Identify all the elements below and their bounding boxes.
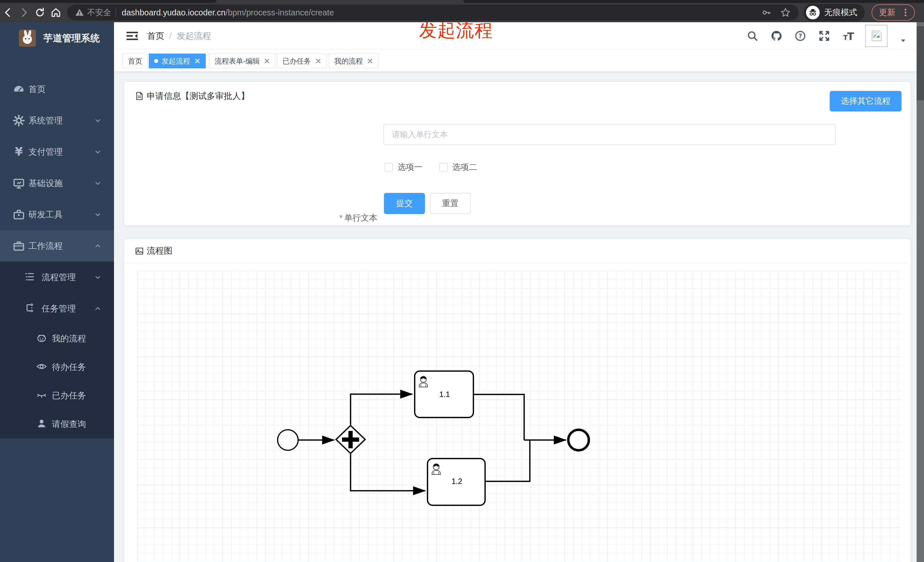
svg-text:T: T — [848, 31, 854, 42]
annotation-title: 发起流程 — [359, 18, 553, 43]
chevron-down-icon — [93, 148, 102, 156]
warning-icon — [75, 8, 84, 17]
fullscreen-icon[interactable] — [818, 29, 831, 43]
sidebar-item-process-mgmt[interactable]: 流程管理 — [0, 262, 114, 293]
breadcrumb-separator: / — [169, 31, 172, 41]
user-menu-caret-icon[interactable] — [900, 37, 907, 45]
user-task-1-1[interactable]: 1.1 — [415, 371, 473, 418]
process-diagram-card: 流程图 — [124, 239, 911, 562]
chevron-down-icon — [93, 179, 102, 187]
tag-done-tasks[interactable]: 已办任务 — [277, 54, 327, 68]
field-label-single-text: *单行文本 — [263, 212, 377, 224]
incognito-badge: 无痕模式 — [804, 4, 865, 21]
breadcrumb-current: 发起流程 — [177, 30, 211, 42]
eye-icon — [36, 361, 48, 373]
home-icon[interactable] — [48, 4, 64, 21]
required-asterisk: * — [339, 213, 343, 222]
security-label[interactable]: 不安全 — [87, 7, 111, 18]
picture-icon — [135, 247, 144, 256]
forward-icon[interactable] — [16, 4, 32, 21]
menu-dots-icon[interactable] — [901, 8, 910, 17]
task-label: 1.2 — [452, 477, 462, 486]
help-icon[interactable]: ? — [794, 29, 807, 43]
sidebar-item-system[interactable]: 系统管理 — [0, 105, 114, 136]
flow-gateway-to-task1 — [351, 394, 412, 425]
document-icon — [135, 91, 144, 100]
flow-task1-out — [473, 394, 524, 440]
svg-text:?: ? — [799, 33, 802, 40]
bookmark-star-icon[interactable] — [780, 7, 791, 18]
checkbox-icon[interactable] — [439, 163, 448, 172]
avatar[interactable] — [865, 25, 888, 47]
bpmn-diagram: 1.1 1.2 — [137, 271, 901, 562]
tags-view-bar: 首页 发起流程 流程表单-编辑 已办任务 我的流程 — [114, 49, 924, 72]
chevron-down-icon — [93, 273, 102, 282]
browser-tab-strip — [0, 0, 924, 3]
close-icon[interactable] — [315, 58, 321, 64]
page-url[interactable]: dashboard.yudao.iocoder.cn/bpm/process-i… — [122, 8, 334, 17]
checkbox-icon[interactable] — [384, 163, 393, 172]
browser-active-tab[interactable] — [215, 0, 465, 3]
sidebar-item-done-tasks[interactable]: 已办任务 — [0, 381, 114, 410]
user-task-1-2[interactable]: 1.2 — [428, 459, 485, 505]
search-icon[interactable] — [746, 29, 759, 43]
app-title: 芋道管理系统 — [44, 32, 100, 45]
user-icon — [36, 418, 48, 430]
checkbox-option-1[interactable]: 选项一 — [384, 159, 422, 176]
select-other-process-button[interactable]: 选择其它流程 — [830, 91, 902, 111]
briefcase-icon — [12, 240, 25, 252]
close-icon[interactable] — [367, 58, 373, 64]
end-event[interactable] — [568, 430, 589, 450]
sidebar-item-infra[interactable]: 基础设施 — [0, 168, 114, 199]
sidebar-collapse-icon[interactable] — [124, 28, 140, 43]
monitor-icon — [12, 177, 25, 189]
incognito-icon — [806, 6, 820, 19]
tag-home[interactable]: 首页 — [123, 54, 148, 68]
submit-button[interactable]: 提交 — [384, 193, 425, 214]
tag-create-process[interactable]: 发起流程 — [149, 54, 206, 68]
apply-card-title: 申请信息【测试多审批人】 — [147, 90, 249, 102]
chevron-up-icon — [93, 304, 102, 313]
update-button[interactable]: 更新 — [872, 4, 915, 21]
broken-image-icon — [870, 29, 883, 42]
sidebar-item-leave-query[interactable]: 请假查询 — [0, 410, 114, 438]
tag-my-process[interactable]: 我的流程 — [329, 54, 378, 68]
reset-button[interactable]: 重置 — [430, 193, 471, 214]
start-event[interactable] — [278, 430, 298, 450]
sidebar-item-workflow[interactable]: 工作流程 — [0, 230, 114, 262]
tag-form-edit[interactable]: 流程表单-编辑 — [209, 54, 275, 68]
reload-icon[interactable] — [32, 4, 48, 21]
sidebar-item-home[interactable]: 首页 — [0, 73, 114, 105]
checkbox-option-2[interactable]: 选项二 — [439, 159, 477, 176]
sidebar-item-my-process[interactable]: 我的流程 — [0, 324, 114, 353]
key-icon[interactable] — [761, 7, 772, 18]
dashboard-icon — [12, 83, 25, 96]
app-logo-row[interactable]: 芋道管理系统 — [0, 22, 114, 54]
flow-icon — [24, 303, 36, 315]
breadcrumb-home[interactable]: 首页 — [147, 30, 164, 42]
sidebar-item-payment[interactable]: ¥ 支付管理 — [0, 136, 114, 168]
app-logo — [19, 30, 36, 47]
close-icon[interactable] — [264, 58, 270, 64]
font-size-icon[interactable]: TT — [842, 29, 855, 43]
active-dot — [154, 59, 158, 63]
single-text-input[interactable] — [383, 124, 836, 145]
robot-icon — [36, 332, 48, 345]
flow-task2-out — [485, 441, 530, 481]
bpmn-canvas[interactable]: 1.1 1.2 — [137, 271, 901, 562]
scrollbar-thumb[interactable] — [916, 26, 924, 100]
chevron-up-icon — [93, 242, 102, 250]
apply-info-card: 申请信息【测试多审批人】 选择其它流程 *单行文本 *多选框组 选项一 选项二 … — [124, 81, 911, 226]
chevron-down-icon — [93, 210, 102, 219]
eye-closed-icon — [36, 389, 48, 402]
parallel-gateway[interactable] — [336, 426, 365, 453]
sidebar-item-task-mgmt[interactable]: 任务管理 — [0, 293, 114, 324]
sidebar-item-devtools[interactable]: 研发工具 — [0, 199, 114, 230]
back-icon[interactable] — [0, 4, 16, 21]
flow-gateway-to-task2 — [351, 454, 425, 491]
close-icon[interactable] — [194, 58, 200, 64]
github-icon[interactable] — [770, 29, 783, 43]
sidebar-item-todo-tasks[interactable]: 待办任务 — [0, 353, 114, 381]
page-scrollbar[interactable] — [916, 22, 924, 562]
chevron-down-icon — [93, 116, 102, 125]
